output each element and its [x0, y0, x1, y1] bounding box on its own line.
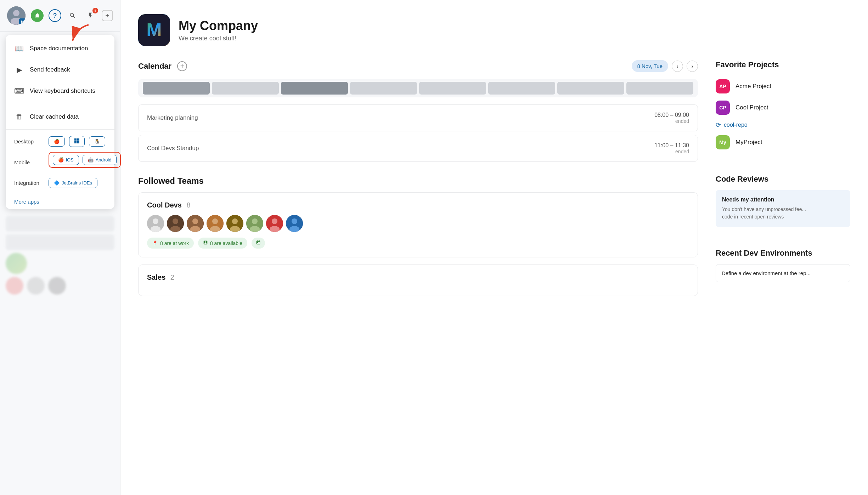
- divider-2: [716, 240, 850, 240]
- dev-env-card[interactable]: Define a dev environment at the rep...: [716, 264, 850, 282]
- keyboard-shortcuts-item[interactable]: ⌨ View keyboard shortcuts: [6, 80, 114, 102]
- more-apps-link[interactable]: More apps: [6, 197, 114, 206]
- event-card-2[interactable]: Cool Devs Standup 11:00 – 11:30 ended: [138, 135, 698, 162]
- event-2-name: Cool Devs Standup: [147, 145, 199, 152]
- event-card-1[interactable]: Marketing planning 08:00 – 09:00 ended: [138, 104, 698, 131]
- cool-devs-count: 8: [186, 201, 190, 209]
- lightning-button[interactable]: 5: [84, 9, 97, 22]
- apple-button[interactable]: 🍎: [49, 136, 65, 147]
- followed-teams-title: Followed Teams: [138, 176, 698, 186]
- integration-label: Integration: [14, 180, 44, 186]
- my-project-name: MyProject: [735, 139, 762, 146]
- fav-item-my[interactable]: My MyProject: [716, 132, 850, 153]
- user-avatar[interactable]: M: [7, 6, 26, 25]
- menu-divider: [6, 104, 114, 104]
- svg-rect-6: [74, 141, 77, 143]
- repo-link-icon: ⟳: [716, 121, 721, 129]
- prev-date-button[interactable]: ‹: [672, 61, 683, 72]
- two-column-layout: Calendar + 8 Nov, Tue ‹ ›: [138, 60, 850, 481]
- fav-item-repo[interactable]: ⟳ cool-repo: [716, 118, 850, 132]
- jetbrains-icon: 🔷: [54, 180, 60, 186]
- code-review-content: Needs my attention You don't have any un…: [716, 190, 850, 227]
- ios-label: iOS: [66, 157, 74, 163]
- cool-icon: CP: [716, 101, 730, 115]
- calendar-title-text: Calendar: [138, 62, 171, 71]
- dev-environments-title: Recent Dev Environments: [716, 249, 850, 258]
- cool-devs-avatars: [147, 215, 689, 232]
- send-feedback-item[interactable]: ▶ Send feedback: [6, 59, 114, 80]
- svg-point-26: [252, 218, 258, 224]
- calendar-add-button[interactable]: +: [177, 61, 187, 71]
- location-icon: 📍: [152, 240, 158, 246]
- calendar-stat[interactable]: [252, 238, 265, 249]
- code-reviews-title: Code Reviews: [716, 175, 850, 184]
- main-content: M My Company We create cool stuff! Calen…: [120, 0, 868, 495]
- cal-col-8: [626, 82, 693, 95]
- cal-col-3: [281, 82, 348, 95]
- current-date-chip: 8 Nov, Tue: [632, 60, 668, 72]
- sidebar: M ? 5: [0, 0, 120, 495]
- acme-project-name: Acme Project: [735, 83, 771, 90]
- next-date-button[interactable]: ›: [687, 61, 698, 72]
- calendar-section: Calendar + 8 Nov, Tue ‹ ›: [138, 60, 698, 162]
- svg-point-11: [153, 218, 158, 224]
- dev-environments-section: Recent Dev Environments Define a dev env…: [716, 249, 850, 282]
- favorite-projects-section: Favorite Projects AP Acme Project CP Coo…: [716, 60, 850, 153]
- linux-icon: 🐧: [94, 139, 100, 144]
- event-1-time-block: 08:00 – 09:00 ended: [654, 112, 689, 124]
- clear-cache-item[interactable]: 🗑 Clear cached data: [6, 106, 114, 127]
- team-avatar-5: [226, 215, 243, 232]
- blurred-nav-item-2: [6, 234, 114, 250]
- sales-team-name: Sales 2: [147, 273, 689, 281]
- fav-item-acme[interactable]: AP Acme Project: [716, 76, 850, 97]
- blurred-avatar-2: [27, 277, 45, 295]
- cool-devs-name-text: Cool Devs: [147, 201, 182, 209]
- space-documentation-item[interactable]: 📖 Space documentation: [6, 38, 114, 59]
- my-icon: My: [716, 135, 730, 149]
- available-text: 8 are available: [210, 240, 242, 246]
- cr-empty-desc: You don't have any unprocessed fee... co…: [722, 206, 844, 221]
- header-icons: ? 5: [31, 9, 113, 22]
- cool-project-name: Cool Project: [735, 104, 768, 111]
- android-button[interactable]: 🤖 Android: [83, 155, 117, 165]
- calendar-stat-icon: [256, 240, 261, 246]
- at-work-stat: 📍 8 are at work: [147, 238, 194, 249]
- calendar-grid: [138, 79, 698, 97]
- available-stat: 8 are available: [198, 238, 247, 249]
- team-avatar-1: [147, 215, 164, 232]
- feedback-icon: ▶: [14, 66, 24, 74]
- left-column: Calendar + 8 Nov, Tue ‹ ›: [138, 60, 698, 481]
- cal-col-6: [488, 82, 555, 95]
- ios-button[interactable]: 🍎 iOS: [53, 155, 79, 165]
- send-feedback-label: Send feedback: [30, 66, 70, 73]
- cal-col-4: [350, 82, 417, 95]
- search-button[interactable]: [66, 9, 79, 22]
- at-work-text: 8 are at work: [160, 240, 189, 246]
- mobile-buttons-wrapper: 🍎 iOS 🤖 Android: [49, 152, 121, 168]
- cool-devs-team-name: Cool Devs 8: [147, 201, 689, 209]
- cal-col-7: [557, 82, 624, 95]
- team-avatar-7: [266, 215, 283, 232]
- windows-button[interactable]: [69, 136, 85, 147]
- calendar-section-title: Calendar + 8 Nov, Tue ‹ ›: [138, 60, 698, 72]
- dev-env-card-text: Define a dev environment at the rep...: [722, 270, 811, 276]
- cal-col-2: [212, 82, 279, 95]
- svg-point-14: [173, 218, 178, 224]
- notification-button[interactable]: [31, 9, 44, 22]
- svg-point-1: [13, 10, 19, 16]
- jetbrains-label: JetBrains IDEs: [62, 180, 92, 186]
- platform-section: Desktop 🍎 🐧: [6, 132, 114, 197]
- linux-button[interactable]: 🐧: [89, 136, 105, 147]
- team-avatar-3: [187, 215, 204, 232]
- blurred-avatar-1: [6, 277, 23, 295]
- help-button[interactable]: ?: [49, 9, 61, 22]
- add-button[interactable]: [102, 10, 113, 21]
- fav-item-cool[interactable]: CP Cool Project: [716, 97, 850, 118]
- company-name: My Company: [179, 18, 258, 33]
- ios-apple-icon: 🍎: [58, 157, 64, 163]
- company-header: M My Company We create cool stuff!: [138, 14, 850, 46]
- date-navigation: 8 Nov, Tue ‹ ›: [632, 60, 698, 72]
- jetbrains-button[interactable]: 🔷 JetBrains IDEs: [49, 178, 97, 188]
- svg-point-32: [292, 218, 297, 224]
- svg-point-20: [212, 218, 218, 224]
